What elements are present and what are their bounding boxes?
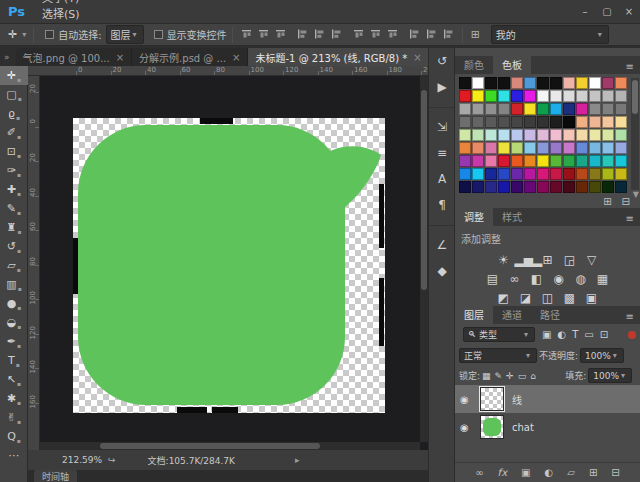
color-swatch[interactable]: [498, 90, 510, 102]
color-swatch[interactable]: [589, 129, 601, 141]
align-bottom-icon[interactable]: [275, 29, 286, 41]
color-swatch[interactable]: [472, 168, 484, 180]
tab-close-icon[interactable]: ×: [232, 52, 240, 63]
more-tools[interactable]: ⋯: [0, 446, 28, 465]
color-swatch[interactable]: [472, 103, 484, 115]
color-swatch[interactable]: [537, 181, 549, 193]
color-swatch[interactable]: [615, 155, 627, 167]
color-swatch[interactable]: [563, 129, 575, 141]
distribute-bottom-icon[interactable]: [387, 29, 398, 41]
fill-dropdown[interactable]: 100% ▾: [588, 368, 632, 383]
path-selection-tool[interactable]: ↖▪: [0, 370, 28, 389]
color-swatch[interactable]: [537, 142, 549, 154]
new-adjustment-icon[interactable]: ◐: [545, 467, 554, 478]
clone-stamp-tool[interactable]: ♜▪: [0, 218, 28, 237]
align-top-icon[interactable]: [241, 29, 252, 41]
color-swatch[interactable]: [459, 77, 471, 89]
vertical-ruler[interactable]: 20020406080100120140160: [28, 76, 40, 450]
custom-shape-tool[interactable]: ✱▪: [0, 389, 28, 408]
color-swatch[interactable]: [498, 181, 510, 193]
color-swatch[interactable]: [563, 142, 575, 154]
swatches-scrollbar[interactable]: [631, 78, 639, 190]
color-swatch[interactable]: [537, 103, 549, 115]
color-swatch[interactable]: [537, 116, 549, 128]
close-button[interactable]: ×: [618, 4, 640, 19]
posterize-icon[interactable]: ◪: [515, 291, 537, 305]
adjustments-tab[interactable]: 样式: [493, 207, 531, 226]
character-icon[interactable]: A: [429, 166, 455, 192]
move-tool[interactable]: ✛▪: [0, 66, 28, 85]
color-swatch[interactable]: [589, 155, 601, 167]
healing-brush-tool[interactable]: ✚▪: [0, 180, 28, 199]
color-swatch[interactable]: [537, 77, 549, 89]
align-right-icon[interactable]: [331, 29, 342, 41]
color-swatch[interactable]: [485, 129, 497, 141]
color-swatch[interactable]: [485, 77, 497, 89]
filtering-toggle[interactable]: [628, 331, 636, 339]
color-swatch[interactable]: [576, 77, 588, 89]
layer-row[interactable]: ◉线: [455, 385, 640, 413]
color-swatch[interactable]: [498, 103, 510, 115]
color-swatch[interactable]: [511, 181, 523, 193]
color-swatch[interactable]: [524, 77, 536, 89]
layer-thumbnail[interactable]: [480, 387, 504, 411]
layer-row[interactable]: ◉chat: [455, 413, 640, 441]
color-swatch[interactable]: [524, 129, 536, 141]
color-swatch[interactable]: [524, 90, 536, 102]
align-left-icon[interactable]: [297, 29, 308, 41]
color-swatch[interactable]: [550, 90, 562, 102]
invert-icon[interactable]: ◩: [493, 291, 515, 305]
swatches-tab[interactable]: 色板: [493, 55, 531, 74]
color-swatch[interactable]: [511, 77, 523, 89]
color-swatch[interactable]: [589, 103, 601, 115]
eraser-tool[interactable]: ▱▪: [0, 256, 28, 275]
layers-tab[interactable]: 图层: [455, 305, 493, 324]
color-swatch[interactable]: [472, 181, 484, 193]
document-tab[interactable]: 未标题-1 @ 213% (线, RGB/8) *×: [248, 48, 429, 66]
color-swatch[interactable]: [459, 142, 471, 154]
color-swatch[interactable]: [589, 116, 601, 128]
layer-visibility-eye-icon[interactable]: ◉: [460, 422, 476, 433]
threshold-icon[interactable]: ◫: [537, 291, 559, 305]
photo-filter-icon[interactable]: ◉: [548, 272, 570, 286]
color-swatch[interactable]: [576, 181, 588, 193]
quick-selection-tool[interactable]: ✐▪: [0, 123, 28, 142]
color-swatch[interactable]: [589, 77, 601, 89]
color-swatch[interactable]: [459, 129, 471, 141]
color-swatch[interactable]: [511, 90, 523, 102]
color-swatch[interactable]: [563, 116, 575, 128]
color-swatch[interactable]: [472, 90, 484, 102]
document-tab[interactable]: 分解示例.psd @ ...×: [132, 48, 248, 66]
pen-tool[interactable]: ✒▪: [0, 332, 28, 351]
color-swatch[interactable]: [472, 77, 484, 89]
color-swatch[interactable]: [615, 142, 627, 154]
panel-menu-icon[interactable]: ≡: [626, 311, 640, 324]
distribute-right-icon[interactable]: [443, 29, 454, 41]
auto-select-target-dropdown[interactable]: 图层 ▾: [106, 25, 144, 44]
dodge-tool[interactable]: ◒▪: [0, 313, 28, 332]
color-swatch[interactable]: [550, 77, 562, 89]
filter-type-layers-icon[interactable]: T: [572, 329, 578, 340]
blur-tool[interactable]: ●▪: [0, 294, 28, 313]
new-swatch-icon[interactable]: ⊞: [603, 196, 611, 207]
color-swatch[interactable]: [576, 168, 588, 180]
workspace-dropdown[interactable]: 我的 ▾: [491, 25, 609, 44]
color-swatch[interactable]: [485, 142, 497, 154]
color-swatch[interactable]: [602, 155, 614, 167]
blend-mode-dropdown[interactable]: 正常 ▾: [459, 348, 537, 363]
show-transform-checkbox[interactable]: [154, 30, 163, 39]
vibrance-icon[interactable]: ▽: [581, 253, 603, 267]
lock-move-icon[interactable]: ✛: [506, 371, 514, 381]
color-swatch[interactable]: [498, 155, 510, 167]
filter-adjustment-layers-icon[interactable]: ◐: [557, 329, 566, 340]
delete-layer-icon[interactable]: ⊟: [611, 467, 619, 478]
color-swatch[interactable]: [602, 103, 614, 115]
color-swatch[interactable]: [615, 129, 627, 141]
color-swatch[interactable]: [602, 129, 614, 141]
color-swatch[interactable]: [498, 142, 510, 154]
layer-visibility-eye-icon[interactable]: ◉: [460, 394, 476, 405]
color-swatch[interactable]: [550, 168, 562, 180]
filter-pixel-layers-icon[interactable]: ▣: [542, 329, 551, 340]
opacity-dropdown[interactable]: 100% ▾: [580, 348, 624, 363]
color-swatch[interactable]: [563, 168, 575, 180]
